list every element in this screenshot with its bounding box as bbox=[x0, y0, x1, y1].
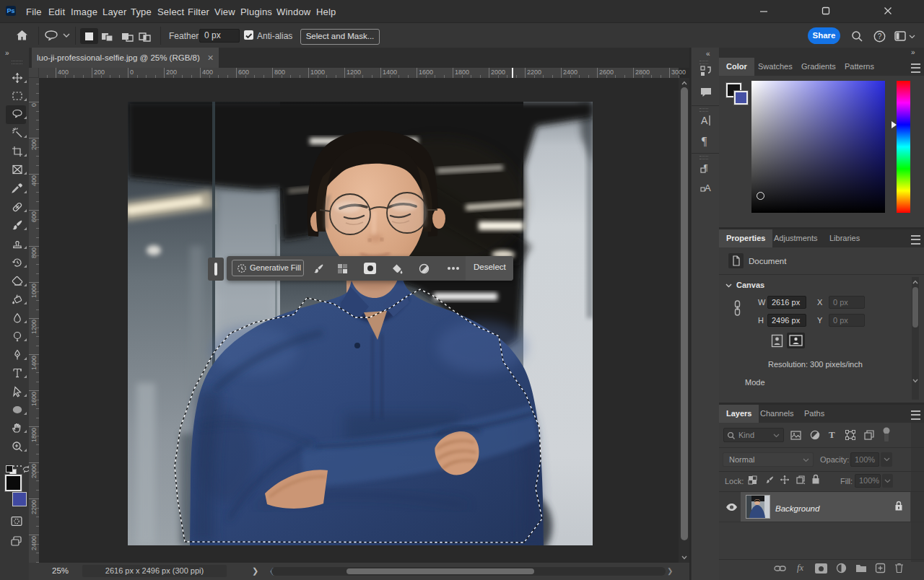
svg-text:¶: ¶ bbox=[702, 135, 707, 147]
svg-text:A: A bbox=[701, 115, 708, 126]
svg-text:?: ? bbox=[878, 32, 882, 40]
svg-text:A: A bbox=[705, 183, 711, 193]
